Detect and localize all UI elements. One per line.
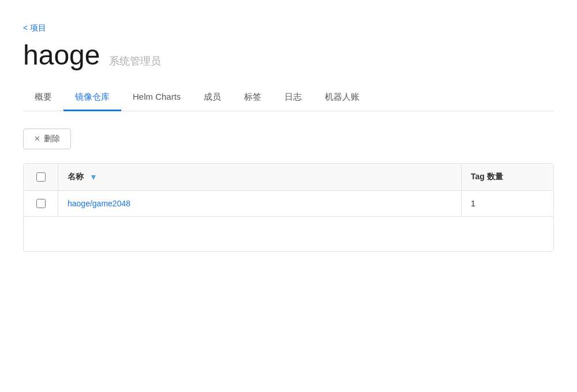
- delete-label: 删除: [44, 134, 60, 144]
- filter-icon[interactable]: ▼: [89, 172, 98, 182]
- tab-helmcharts[interactable]: Helm Charts: [121, 85, 192, 111]
- tab-logs[interactable]: 日志: [273, 85, 313, 111]
- repo-link[interactable]: haoge/game2048: [68, 199, 130, 208]
- breadcrumb[interactable]: < 项目: [23, 23, 554, 33]
- select-all-checkbox[interactable]: [36, 172, 46, 182]
- row-name-col: haoge/game2048: [58, 191, 461, 216]
- tab-robots[interactable]: 机器人账: [313, 85, 371, 111]
- tab-members[interactable]: 成员: [192, 85, 233, 111]
- row-tags-col: 1: [461, 191, 553, 216]
- header-tags-col: Tag 数量: [461, 164, 553, 190]
- toolbar: ✕ 删除: [23, 129, 554, 149]
- header-name-col: 名称 ▼: [58, 164, 461, 190]
- table-header: 名称 ▼ Tag 数量: [24, 164, 553, 191]
- tab-tags[interactable]: 标签: [233, 85, 273, 111]
- project-role: 系统管理员: [109, 54, 161, 68]
- tabs-nav: 概要 镜像仓库 Helm Charts 成员 标签 日志 机器人账: [23, 85, 554, 111]
- tab-overview[interactable]: 概要: [23, 85, 63, 111]
- row-checkbox-col: [24, 191, 58, 216]
- project-title: haoge: [23, 40, 100, 71]
- project-header: haoge 系统管理员: [23, 40, 554, 71]
- x-icon: ✕: [34, 134, 40, 143]
- table-footer: [24, 217, 553, 251]
- repository-table: 名称 ▼ Tag 数量 haoge/game2048 1: [23, 163, 554, 252]
- content-area: ✕ 删除 名称 ▼ Tag 数量: [23, 111, 554, 252]
- row-checkbox[interactable]: [36, 199, 46, 208]
- header-checkbox-col: [24, 164, 58, 190]
- delete-button[interactable]: ✕ 删除: [23, 129, 71, 149]
- tab-registry[interactable]: 镜像仓库: [63, 85, 121, 111]
- table-row: haoge/game2048 1: [24, 191, 553, 217]
- col-name-label: 名称: [68, 172, 84, 182]
